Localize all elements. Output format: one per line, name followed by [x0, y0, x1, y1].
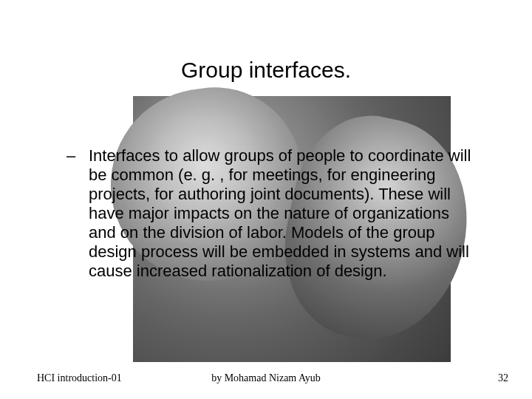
slide-number: 32: [498, 372, 508, 384]
bullet-dash: –: [66, 146, 89, 166]
footer: HCI introduction-01 by Mohamad Nizam Ayu…: [0, 372, 532, 384]
body-block: – Interfaces to allow groups of people t…: [66, 146, 480, 281]
slide-title: Group interfaces.: [0, 58, 532, 83]
slide: Group interfaces. – Interfaces to allow …: [0, 0, 532, 399]
bullet-item: – Interfaces to allow groups of people t…: [66, 146, 480, 281]
body-text: Interfaces to allow groups of people to …: [89, 146, 480, 281]
footer-left: HCI introduction-01: [37, 372, 122, 384]
